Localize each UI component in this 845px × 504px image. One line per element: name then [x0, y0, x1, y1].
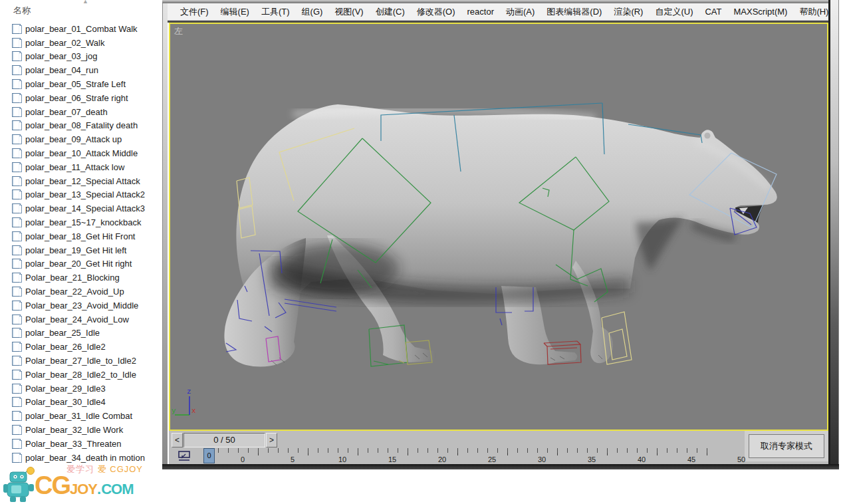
list-item[interactable]: polar_bear_25_Idle	[0, 326, 168, 340]
file-name: polar_bear_05_Strafe Left	[25, 79, 126, 89]
list-item[interactable]: polar_bear_02_Walk	[0, 36, 168, 50]
cancel-expert-mode-button[interactable]: 取消专家模式	[749, 434, 824, 458]
next-frame-button[interactable]: >	[266, 433, 277, 447]
file-icon	[12, 93, 21, 103]
list-item[interactable]: polar_bear_12_Special Attack	[0, 174, 168, 188]
list-item[interactable]: polar_bear_20_Get Hit right	[0, 257, 168, 271]
menu-item[interactable]: 渲染(R)	[608, 6, 649, 18]
list-item[interactable]: polar_bear_05_Strafe Left	[0, 77, 168, 91]
tick-label: 50	[737, 455, 745, 463]
file-name: polar_bear_20_Get Hit right	[25, 259, 132, 269]
axis-y-label: y	[172, 407, 176, 415]
file-icon	[12, 134, 21, 144]
menu-item[interactable]: 组(G)	[296, 6, 329, 18]
file-icon	[12, 203, 21, 213]
menu-item[interactable]: 工具(T)	[255, 6, 296, 18]
file-icon	[12, 411, 21, 421]
file-icon	[12, 65, 21, 75]
menu-item[interactable]: 文件(F)	[174, 6, 215, 18]
file-name: Polar_bear_30_Idle4	[25, 397, 106, 407]
list-item[interactable]: Polar_bear_33_Threaten	[0, 437, 168, 451]
mini-curve-editor-icon[interactable]	[177, 450, 194, 462]
menu-item[interactable]: MAXScript(M)	[728, 7, 794, 17]
file-name: Polar_bear_26_Idle2	[25, 342, 106, 352]
file-icon	[12, 384, 21, 394]
cgjoy-logo: 爱学习 爱 CGJOY CGJOY.COM	[0, 463, 153, 504]
file-icon	[12, 38, 21, 48]
file-name: polar_bear_08_Fatality death	[25, 120, 138, 130]
list-item[interactable]: polar_bear_11_Attack low	[0, 160, 168, 174]
file-name: polar_bear_06_Strafe right	[25, 93, 128, 103]
menu-item[interactable]: 创建(C)	[370, 6, 411, 18]
menu-item[interactable]: 编辑(E)	[215, 6, 255, 18]
tick-label: 35	[588, 455, 596, 463]
trackbar[interactable]: 0 5 10 15 20 25 30 35 40 45	[169, 448, 745, 464]
file-name: polar_bear_07_death	[25, 107, 108, 117]
tick-label: 15	[388, 455, 396, 463]
tick-label: 40	[638, 455, 646, 463]
list-item[interactable]: polar_bear_09_Attack up	[0, 132, 168, 146]
column-header-name[interactable]: 名称	[13, 5, 31, 17]
file-name: polar_bear_02_Walk	[25, 38, 104, 48]
file-icon	[12, 287, 21, 297]
file-icon	[12, 425, 21, 435]
list-item[interactable]: polar_bear_07_death	[0, 105, 168, 119]
list-item[interactable]: Polar_bear_27_Idle_to_Idle2	[0, 354, 168, 368]
previous-frame-button[interactable]: <	[172, 433, 183, 447]
window-right-border	[828, 0, 839, 464]
frame-counter-field[interactable]: 0 / 50	[183, 433, 265, 447]
file-icon	[12, 176, 21, 186]
file-name: polar_bear_25_Idle	[25, 328, 100, 338]
menubar: 文件(F) 编辑(E) 工具(T) 组(G) 视图(V) 创建(C) 修改器(O…	[168, 3, 828, 21]
list-item[interactable]: polar_bear_14_Special Attack3	[0, 201, 168, 215]
list-item[interactable]: Polar_bear_21_Blocking	[0, 271, 168, 285]
list-item[interactable]: polar_bear_15~17_knockback	[0, 215, 168, 229]
file-name: Polar_bear_21_Blocking	[25, 273, 120, 283]
list-item[interactable]: polar_bear_06_Strafe right	[0, 91, 168, 105]
list-item[interactable]: polar_bear_03_jog	[0, 50, 168, 64]
timeline-ruler[interactable]: 0 5 10 15 20 25 30 35 40 45	[203, 448, 717, 463]
list-item[interactable]: Polar_bear_24_Avoid_Low	[0, 313, 168, 326]
tick-label: 5	[291, 455, 295, 463]
file-list: polar_bear_01_Combat Walk polar_bear_02_…	[0, 22, 168, 465]
list-item[interactable]: polar_bear_19_Get Hit left	[0, 243, 168, 257]
menu-item[interactable]: reactor	[461, 7, 500, 17]
file-name: polar_bear_12_Special Attack	[25, 176, 140, 186]
tick-label: 30	[538, 455, 546, 463]
time-slider-handle[interactable]: 0	[203, 448, 215, 463]
menu-item[interactable]: 图表编辑器(D)	[541, 6, 608, 18]
menu-item[interactable]: CAT	[699, 7, 727, 17]
list-item[interactable]: Polar_bear_32_Idle Work	[0, 423, 168, 437]
tick-label: 25	[488, 455, 496, 463]
list-item[interactable]: polar_bear_04_run	[0, 63, 168, 77]
tick-label: 20	[438, 455, 446, 463]
list-item[interactable]: polar_bear_13_Special Attack2	[0, 188, 168, 202]
list-item[interactable]: polar_bear_08_Fatality death	[0, 119, 168, 133]
list-item[interactable]: Polar_bear_28_Idle2_to_Idle	[0, 368, 168, 382]
list-item[interactable]: polar_bear_10_Attack Middle	[0, 146, 168, 160]
list-item[interactable]: polar_bear_31_Idle Combat	[0, 409, 168, 423]
max-window: 文件(F) 编辑(E) 工具(T) 组(G) 视图(V) 创建(C) 修改器(O…	[162, 0, 839, 469]
menu-item[interactable]: 自定义(U)	[649, 6, 699, 18]
list-item[interactable]: Polar_bear_22_Avoid_Up	[0, 285, 168, 299]
file-icon	[12, 273, 21, 283]
file-name: polar_bear_19_Get Hit left	[25, 245, 126, 255]
menu-item[interactable]: 动画(A)	[500, 6, 541, 18]
list-item[interactable]: polar_bear_18_Get Hit Front	[0, 229, 168, 243]
file-name: Polar_bear_32_Idle Work	[25, 425, 123, 435]
expert-mode-panel: 取消专家模式	[745, 431, 828, 461]
menu-item[interactable]: 修改器(O)	[411, 6, 461, 18]
file-icon	[12, 245, 21, 255]
list-item[interactable]: Polar_bear_26_Idle2	[0, 340, 168, 354]
list-item[interactable]: Polar_bear_29_Idle3	[0, 382, 168, 396]
list-item[interactable]: polar_bear_34_death in motion	[0, 451, 168, 465]
menu-item[interactable]: 视图(V)	[328, 6, 369, 18]
menu-item[interactable]: 帮助(H)	[793, 6, 834, 18]
file-icon	[12, 453, 21, 463]
file-name: polar_bear_03_jog	[25, 51, 97, 61]
list-item[interactable]: Polar_bear_30_Idle4	[0, 396, 168, 410]
viewport-left-view[interactable]: z y x 左	[169, 23, 828, 431]
list-item[interactable]: Polar_bear_23_Avoid_Middle	[0, 299, 168, 313]
file-icon	[12, 79, 21, 89]
list-item[interactable]: polar_bear_01_Combat Walk	[0, 22, 168, 36]
